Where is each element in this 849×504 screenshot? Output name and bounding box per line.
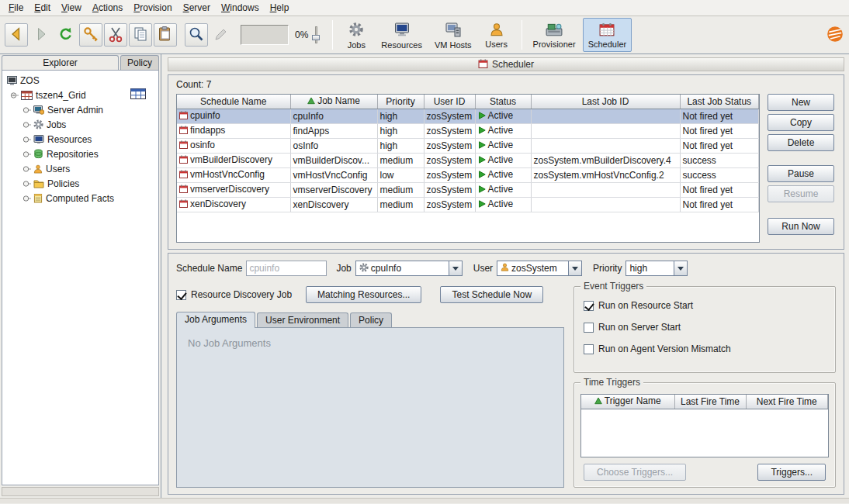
column-header-status[interactable]: Status <box>475 95 531 109</box>
expand-handle-icon[interactable] <box>23 195 31 202</box>
progress-slider[interactable] <box>311 25 321 45</box>
table-row[interactable]: vmBuilderDiscoveryvmBuilderDiscov...medi… <box>177 153 759 167</box>
tab-explorer[interactable]: Explorer <box>2 55 119 70</box>
copy-button[interactable]: Copy <box>768 114 834 131</box>
time-triggers-table-body[interactable] <box>581 409 828 457</box>
toolbar-users-button[interactable]: Users <box>479 18 515 52</box>
explorer-sidebar: Explorer Policy ZOS tszen4_Grid Server A… <box>0 54 161 498</box>
chevron-down-icon[interactable] <box>568 261 581 275</box>
priority-combobox[interactable]: high <box>625 261 688 276</box>
chevron-down-icon[interactable] <box>449 261 462 275</box>
edit-button[interactable] <box>210 23 233 47</box>
menu-file[interactable]: File <box>3 1 29 15</box>
schedule-table[interactable]: Schedule Name Job Name Priority User ID … <box>176 94 760 243</box>
choose-triggers-button[interactable]: Choose Triggers... <box>584 464 686 481</box>
tab-user-environment[interactable]: User Environment <box>257 312 348 328</box>
tree-node-resources[interactable]: Resources <box>4 132 157 147</box>
job-combobox[interactable]: cpuInfo <box>355 261 463 276</box>
toolbar-resources-button[interactable]: Resources <box>376 18 428 52</box>
tree-node-policies[interactable]: Policies <box>4 176 157 191</box>
paste-button[interactable] <box>154 23 177 47</box>
pause-button[interactable]: Pause <box>768 165 834 182</box>
explorer-tree: ZOS tszen4_Grid Server Admin Jobs <box>2 70 159 485</box>
menu-help[interactable]: Help <box>265 1 295 15</box>
table-cell: findApps <box>290 123 377 138</box>
expand-handle-icon[interactable] <box>23 150 31 158</box>
tree-node-grid[interactable]: tszen4_Grid <box>4 88 157 102</box>
expand-handle-icon[interactable] <box>23 180 31 188</box>
run-on-resource-start-checkbox[interactable] <box>584 301 594 311</box>
menu-windows[interactable]: Windows <box>216 1 265 15</box>
search-button[interactable] <box>185 23 208 47</box>
column-header-next-fire-time[interactable]: Next Fire Time <box>746 395 828 409</box>
table-cell: low <box>377 167 424 182</box>
tree-node-zos[interactable]: ZOS <box>4 73 157 88</box>
toolbar-jobs-button[interactable]: Jobs <box>338 18 374 52</box>
column-header-job-name[interactable]: Job Name <box>290 95 377 109</box>
table-row[interactable]: cpuinfocpuInfohighzosSystemActiveNot fir… <box>177 109 759 123</box>
tab-policy[interactable]: Policy <box>350 312 392 328</box>
resume-button[interactable]: Resume <box>768 185 834 202</box>
play-icon <box>478 155 486 166</box>
terminal-icon <box>7 76 17 85</box>
table-cell: Not fired yet <box>680 123 759 138</box>
resource-discovery-checkbox[interactable] <box>176 290 186 300</box>
column-header-trigger-name[interactable]: Trigger Name <box>581 395 674 409</box>
table-row[interactable]: osinfoosInfohighzosSystemActiveNot fired… <box>177 138 759 153</box>
copy-button[interactable] <box>129 23 152 47</box>
forward-button[interactable] <box>29 23 53 47</box>
menu-server[interactable]: Server <box>178 1 216 15</box>
test-schedule-now-button[interactable]: Test Schedule Now <box>440 286 543 303</box>
column-header-user-id[interactable]: User ID <box>424 95 475 109</box>
table-cell: Active <box>475 153 531 167</box>
tree-node-repositories[interactable]: Repositories <box>4 147 157 161</box>
table-row[interactable]: findappsfindAppshighzosSystemActiveNot f… <box>177 123 759 138</box>
run-now-button[interactable]: Run Now <box>768 218 834 235</box>
column-header-schedule-name[interactable]: Schedule Name <box>177 95 290 109</box>
run-on-server-start-checkbox[interactable] <box>584 323 594 333</box>
menu-actions[interactable]: Actions <box>87 1 128 15</box>
matching-resources-button[interactable]: Matching Resources... <box>306 286 421 303</box>
sidebar-scrollbar[interactable] <box>2 487 159 496</box>
toolbar-scheduler-button[interactable]: Scheduler <box>583 18 632 52</box>
column-header-last-job-status[interactable]: Last Job Status <box>680 95 759 109</box>
menu-provision[interactable]: Provision <box>128 1 177 15</box>
table-row[interactable]: vmserverDiscoveryvmserverDiscoverymedium… <box>177 182 759 197</box>
chevron-down-icon[interactable] <box>674 261 687 275</box>
triggers-button[interactable]: Triggers... <box>757 464 826 481</box>
credentials-button[interactable] <box>79 23 102 47</box>
tree-node-jobs[interactable]: Jobs <box>4 117 157 132</box>
run-on-agent-version-mismatch-checkbox[interactable] <box>584 344 594 354</box>
toolbar-separator <box>522 20 522 50</box>
expand-handle-icon[interactable] <box>10 91 19 99</box>
column-header-priority[interactable]: Priority <box>377 95 424 109</box>
time-triggers-table[interactable]: Trigger Name Last Fire Time Next Fire Ti… <box>580 394 829 457</box>
menu-view[interactable]: View <box>56 1 87 15</box>
table-row[interactable]: xenDiscoveryxenDiscoverymediumzosSystemA… <box>177 197 759 212</box>
toolbar-provisioner-button[interactable]: Provisioner <box>528 18 581 52</box>
schedule-name-field[interactable] <box>246 261 327 276</box>
window-bottom-edge <box>0 498 849 503</box>
tree-node-users[interactable]: Users <box>4 161 157 176</box>
tab-job-arguments[interactable]: Job Arguments <box>176 312 255 328</box>
user-combobox[interactable]: zosSystem <box>497 261 582 276</box>
column-header-last-job-id[interactable]: Last Job ID <box>531 95 680 109</box>
expand-handle-icon[interactable] <box>23 136 31 143</box>
expand-handle-icon[interactable] <box>23 106 31 114</box>
cut-button[interactable] <box>104 23 127 47</box>
expand-handle-icon[interactable] <box>23 121 31 129</box>
tab-policy[interactable]: Policy <box>120 55 159 70</box>
menu-edit[interactable]: Edit <box>29 1 56 15</box>
back-button[interactable] <box>5 23 28 47</box>
delete-button[interactable]: Delete <box>768 134 834 151</box>
notepad-icon <box>33 193 43 203</box>
new-button[interactable]: New <box>768 94 834 111</box>
tree-node-computed-facts[interactable]: Computed Facts <box>4 191 157 205</box>
table-row[interactable]: vmHostVncConfigvmHostVncConfiglowzosSyst… <box>177 167 759 182</box>
column-header-last-fire-time[interactable]: Last Fire Time <box>674 395 746 409</box>
refresh-button[interactable] <box>54 23 78 47</box>
job-arguments-placeholder: No Job Arguments <box>188 337 271 349</box>
expand-handle-icon[interactable] <box>23 165 31 173</box>
tree-node-server-admin[interactable]: Server Admin <box>4 102 157 117</box>
toolbar-vm-hosts-button[interactable]: VM Hosts <box>429 18 477 52</box>
